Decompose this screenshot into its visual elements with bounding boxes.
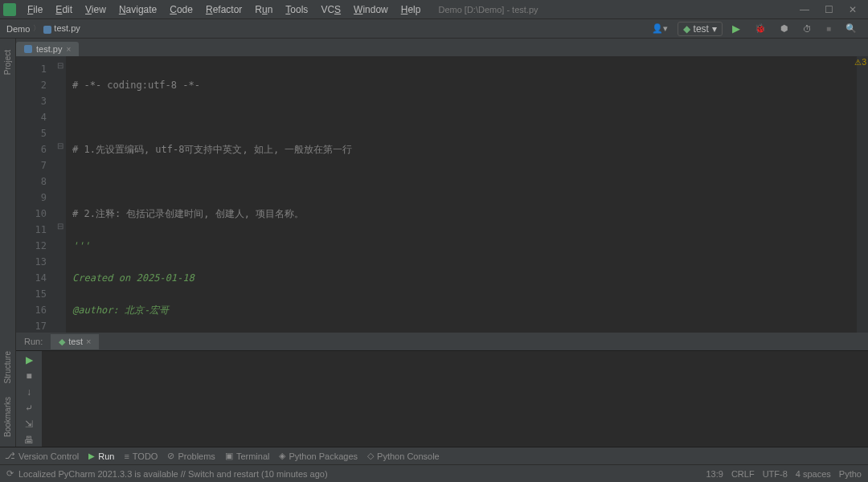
menu-edit[interactable]: Edit	[49, 2, 79, 17]
bottom-tool-bar: ⎇ Version Control ▶ Run ≡ TODO ⊘ Problem…	[0, 447, 868, 464]
run-output[interactable]	[42, 351, 868, 447]
window-controls: — ☐ ✕	[792, 4, 865, 15]
main-content: Project Structure Bookmarks test.py × 12…	[0, 39, 868, 447]
code-line: @author: 北京-宏哥	[72, 304, 169, 316]
file-encoding[interactable]: UTF-8	[763, 469, 788, 479]
line-number-gutter: 1234567891011121314151617	[16, 56, 55, 333]
python-file-icon	[24, 45, 32, 53]
code-line: # -*- coding:utf-8 -*-	[72, 80, 200, 91]
fold-gutter: ⊟ ⊟ ⊟	[55, 56, 66, 333]
menu-navigate[interactable]: Navigate	[113, 2, 163, 17]
run-panel-label: Run:	[16, 334, 51, 349]
run-button[interactable]: ▶	[727, 21, 745, 36]
editor-tab-active[interactable]: test.py ×	[16, 42, 79, 56]
warning-indicator[interactable]: ⚠3	[854, 58, 866, 67]
menubar: File Edit View Navigate Code Refactor Ru…	[0, 0, 868, 19]
error-stripe[interactable]: ⚠3	[857, 56, 868, 333]
indent-setting[interactable]: 4 spaces	[796, 469, 831, 479]
run-config-label: test	[694, 23, 709, 35]
coverage-button[interactable]: ⬢	[776, 22, 793, 35]
rerun-button[interactable]: ▶	[26, 354, 33, 366]
menu-refactor[interactable]: Refactor	[199, 2, 248, 17]
python-icon: ◆	[59, 337, 65, 347]
code-line: Created on 2025-01-18	[72, 272, 194, 284]
breadcrumb: Demo 〉 test.py	[6, 23, 80, 34]
run-tab-test[interactable]: ◆ test ×	[51, 334, 99, 349]
menu-vcs[interactable]: VCS	[314, 2, 347, 17]
code-area[interactable]: # -*- coding:utf-8 -*- # 1.先设置编码, utf-8可…	[66, 56, 857, 333]
code-line: # 1.先设置编码, utf-8可支持中英文, 如上, 一般放在第一行	[72, 144, 352, 155]
soft-wrap-button[interactable]: ⤶	[25, 402, 33, 414]
chevron-right-icon: 〉	[33, 23, 40, 34]
editor-column: test.py × 1234567891011121314151617 ⊟ ⊟ …	[16, 39, 868, 447]
interpreter[interactable]: Pytho	[839, 469, 862, 479]
menu-view[interactable]: View	[79, 2, 113, 17]
user-icon[interactable]: 👤▾	[647, 22, 673, 35]
stop-button[interactable]: ■	[26, 370, 31, 382]
run-config-selector[interactable]: ◆ test ▾	[678, 22, 723, 36]
chevron-down-icon: ▾	[712, 23, 717, 35]
fold-marker[interactable]: ⊟	[55, 222, 66, 238]
down-button[interactable]: ↓	[27, 386, 31, 398]
close-tab-icon[interactable]: ×	[86, 337, 91, 346]
tool-panel-body: ▶ ■ ↓ ⤶ ⇲ 🖶 🗑	[16, 350, 868, 447]
crumb-file[interactable]: test.py	[43, 23, 80, 33]
toolbar-right: 👤▾ ◆ test ▾ ▶ 🐞 ⬢ ⏱ ■ 🔍	[647, 21, 862, 36]
python-icon: ◆	[683, 23, 690, 35]
tool-tabs: Run: ◆ test ×	[16, 333, 868, 350]
code-line: '''	[72, 240, 90, 251]
tab-structure[interactable]: Structure	[2, 348, 14, 387]
menu-code[interactable]: Code	[163, 2, 199, 17]
code-line: # 2.注释: 包括记录创建时间, 创建人, 项目名称。	[72, 208, 304, 219]
navbar: Demo 〉 test.py 👤▾ ◆ test ▾ ▶ 🐞 ⬢ ⏱ ■ 🔍	[0, 19, 868, 39]
python-file-icon	[43, 26, 51, 34]
search-button[interactable]: 🔍	[841, 22, 862, 35]
crumb-project[interactable]: Demo	[6, 24, 30, 34]
tool-terminal[interactable]: ▣ Terminal	[225, 451, 270, 461]
app-icon	[3, 3, 16, 16]
menu-run[interactable]: Run	[248, 2, 279, 17]
stop-button[interactable]: ■	[821, 22, 836, 35]
tool-version-control[interactable]: ⎇ Version Control	[5, 451, 79, 461]
left-tool-strip: Project Structure Bookmarks	[0, 39, 16, 447]
status-message[interactable]: Localized PyCharm 2021.3.3 is available …	[18, 469, 328, 479]
tool-python-console[interactable]: ◇ Python Console	[367, 451, 440, 461]
status-right: 13:9 CRLF UTF-8 4 spaces Pytho	[706, 469, 862, 479]
status-bar: ⟳ Localized PyCharm 2021.3.3 is availabl…	[0, 464, 868, 482]
cursor-position[interactable]: 13:9	[706, 469, 723, 479]
tab-project[interactable]: Project	[2, 47, 14, 78]
tool-problems[interactable]: ⊘ Problems	[167, 451, 215, 461]
fold-marker[interactable]: ⊟	[55, 61, 66, 77]
minimize-icon[interactable]: —	[792, 4, 817, 15]
fold-marker[interactable]: ⊟	[55, 141, 66, 157]
menu-file[interactable]: File	[21, 2, 49, 17]
title-path: Demo [D:\Demo] - test.py	[438, 5, 538, 14]
print-button[interactable]: 🖶	[24, 435, 34, 446]
scroll-to-end-button[interactable]: ⇲	[25, 419, 33, 430]
tool-python-packages[interactable]: ◈ Python Packages	[279, 451, 358, 461]
profile-button[interactable]: ⏱	[798, 22, 817, 35]
run-tool-window: Run: ◆ test × ▶ ■ ↓ ⤶ ⇲ 🖶 🗑	[16, 333, 868, 447]
editor[interactable]: 1234567891011121314151617 ⊟ ⊟ ⊟ # -*- co…	[16, 56, 868, 333]
menu-window[interactable]: Window	[347, 2, 395, 17]
editor-tabs: test.py ×	[16, 39, 868, 56]
close-icon[interactable]: ✕	[841, 4, 865, 15]
editor-tab-label: test.py	[36, 44, 62, 54]
tab-bookmarks[interactable]: Bookmarks	[2, 394, 14, 440]
tool-todo[interactable]: ≡ TODO	[124, 451, 158, 461]
maximize-icon[interactable]: ☐	[817, 4, 841, 15]
line-separator[interactable]: CRLF	[731, 469, 755, 479]
refresh-icon[interactable]: ⟳	[6, 468, 14, 479]
debug-button[interactable]: 🐞	[750, 22, 771, 35]
menu-tools[interactable]: Tools	[279, 2, 314, 17]
menu-help[interactable]: Help	[395, 2, 428, 17]
close-tab-icon[interactable]: ×	[66, 45, 71, 54]
run-toolbar: ▶ ■ ↓ ⤶ ⇲ 🖶 🗑	[16, 351, 42, 447]
tool-run[interactable]: ▶ Run	[88, 451, 114, 461]
